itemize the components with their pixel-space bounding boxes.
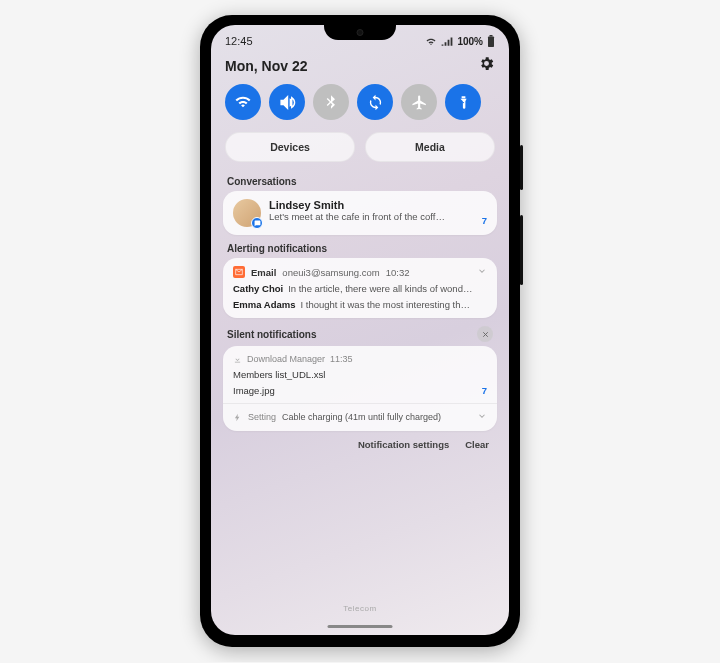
chevron-down-icon[interactable]	[477, 411, 487, 423]
app-name: Setting	[248, 412, 276, 422]
wifi-toggle[interactable]	[225, 84, 261, 120]
charging-text: Cable charging (41m until fully charged)	[282, 412, 441, 422]
media-button[interactable]: Media	[365, 132, 495, 162]
settings-gear-icon[interactable]	[478, 55, 495, 76]
charging-notification[interactable]: Setting Cable charging (41m until fully …	[233, 404, 487, 423]
mail-icon	[233, 266, 245, 278]
app-name: Download Manager	[247, 354, 325, 364]
message-count: 7	[482, 215, 487, 227]
email-item: Cathy Choi In the article, there were al…	[233, 283, 487, 294]
devices-button[interactable]: Devices	[225, 132, 355, 162]
clock: 12:45	[225, 35, 253, 47]
download-time: 11:35	[330, 354, 353, 364]
carrier-label: Telecom	[211, 604, 509, 613]
section-alerting: Alerting notifications	[211, 235, 509, 258]
close-icon[interactable]	[477, 326, 493, 342]
screen: 12:45 100% Mon, Nov 22 Devices Medi	[211, 25, 509, 635]
clear-button[interactable]: Clear	[465, 439, 489, 450]
messages-app-badge-icon	[251, 217, 263, 229]
flashlight-toggle[interactable]	[445, 84, 481, 120]
phone-frame: 12:45 100% Mon, Nov 22 Devices Medi	[200, 15, 520, 647]
wifi-icon	[425, 36, 437, 46]
notch	[324, 25, 396, 40]
sender-name: Lindsey Smith	[269, 199, 474, 211]
bluetooth-toggle[interactable]	[313, 84, 349, 120]
quick-toggles	[211, 82, 509, 124]
bolt-icon	[233, 413, 242, 422]
header-row: Mon, Nov 22	[211, 51, 509, 82]
conversation-notification[interactable]: Lindsey Smith Let's meet at the cafe in …	[223, 191, 497, 235]
battery-icon	[487, 35, 495, 47]
email-time: 10:32	[386, 267, 410, 278]
avatar	[233, 199, 261, 227]
panel-buttons: Devices Media	[211, 124, 509, 168]
footer-actions: Notification settings Clear	[211, 431, 509, 454]
signal-icon	[441, 36, 453, 46]
download-icon	[233, 355, 242, 364]
notification-settings-button[interactable]: Notification settings	[358, 439, 449, 450]
email-header: Email oneui3@samsung.com 10:32	[233, 266, 487, 278]
svg-rect-0	[490, 35, 493, 37]
sync-toggle[interactable]	[357, 84, 393, 120]
chevron-down-icon[interactable]	[477, 266, 487, 278]
airplane-toggle[interactable]	[401, 84, 437, 120]
date-label: Mon, Nov 22	[225, 58, 307, 74]
section-conversations: Conversations	[211, 168, 509, 191]
download-item: Image.jpg7	[233, 385, 487, 396]
sound-toggle[interactable]	[269, 84, 305, 120]
download-header: Download Manager 11:35	[233, 354, 487, 364]
silent-notifications-card[interactable]: Download Manager 11:35 Members list_UDL.…	[223, 346, 497, 431]
email-notification[interactable]: Email oneui3@samsung.com 10:32 Cathy Cho…	[223, 258, 497, 318]
side-button	[520, 215, 523, 285]
download-item: Members list_UDL.xsl	[233, 369, 487, 380]
battery-text: 100%	[457, 36, 483, 47]
section-silent: Silent notifications	[211, 318, 509, 346]
status-icons: 100%	[425, 35, 495, 47]
email-account: oneui3@samsung.com	[282, 267, 379, 278]
message-preview: Let's meet at the cafe in front of the c…	[269, 211, 474, 222]
side-button	[520, 145, 523, 190]
svg-rect-1	[488, 37, 494, 48]
app-name: Email	[251, 267, 276, 278]
nav-handle[interactable]	[328, 625, 393, 628]
email-item: Emma Adams I thought it was the most int…	[233, 299, 487, 310]
